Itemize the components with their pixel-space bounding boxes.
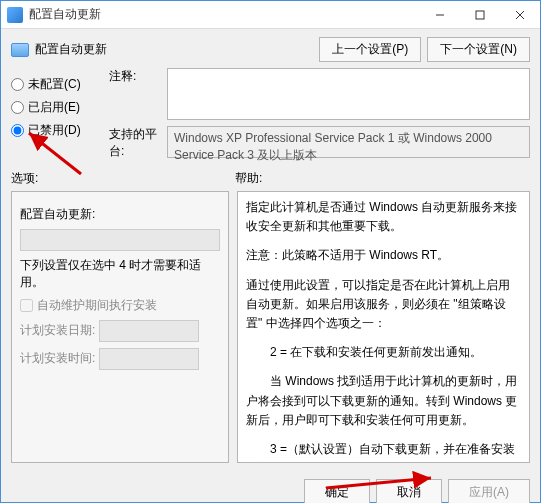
radio-label: 已启用(E) (28, 99, 80, 116)
help-text: 指定此计算机是否通过 Windows 自动更新服务来接收安全更新和其他重要下载。 (246, 198, 521, 236)
radio-not-configured[interactable]: 未配置(C) (11, 76, 101, 93)
app-icon (7, 7, 23, 23)
titlebar: 配置自动更新 (1, 1, 540, 29)
options-panel: 配置自动更新: 下列设置仅在选中 4 时才需要和适用。 自动维护期间执行安装 计… (11, 191, 229, 463)
maintenance-label: 自动维护期间执行安装 (37, 297, 157, 314)
window-title: 配置自动更新 (29, 6, 420, 23)
footer: 确定 取消 应用(A) (1, 471, 540, 503)
radio-label: 未配置(C) (28, 76, 81, 93)
help-label: 帮助: (235, 170, 530, 187)
comment-textarea[interactable] (167, 68, 530, 120)
configure-update-label: 配置自动更新: (20, 207, 95, 221)
state-radio-group: 未配置(C) 已启用(E) 已禁用(D) (11, 68, 101, 166)
help-text: 注意：此策略不适用于 Windows RT。 (246, 246, 521, 265)
apply-button[interactable]: 应用(A) (448, 479, 530, 503)
help-text: 3 =（默认设置）自动下载更新，并在准备安装更新时发出通知 (246, 440, 521, 463)
help-panel[interactable]: 指定此计算机是否通过 Windows 自动更新服务来接收安全更新和其他重要下载。… (237, 191, 530, 463)
minimize-button[interactable] (420, 1, 460, 29)
help-text: 通过使用此设置，可以指定是否在此计算机上启用自动更新。如果启用该服务，则必须在 … (246, 276, 521, 334)
ok-button[interactable]: 确定 (304, 479, 370, 503)
maintenance-checkbox (20, 299, 33, 312)
comment-label: 注释: (109, 68, 167, 120)
options-note: 下列设置仅在选中 4 时才需要和适用。 (20, 257, 220, 291)
install-time-label: 计划安装时间: (20, 351, 95, 365)
radio-enabled[interactable]: 已启用(E) (11, 99, 101, 116)
radio-disabled[interactable]: 已禁用(D) (11, 122, 101, 139)
help-text: 2 = 在下载和安装任何更新前发出通知。 (246, 343, 521, 362)
options-label: 选项: (11, 170, 235, 187)
platform-label: 支持的平台: (109, 126, 167, 160)
platform-text: Windows XP Professional Service Pack 1 或… (167, 126, 530, 158)
install-day-label: 计划安装日期: (20, 323, 95, 337)
install-day-select (99, 320, 199, 342)
svg-rect-1 (476, 11, 484, 19)
maximize-button[interactable] (460, 1, 500, 29)
page-heading: 配置自动更新 (35, 41, 319, 58)
close-button[interactable] (500, 1, 540, 29)
help-text: 当 Windows 找到适用于此计算机的更新时，用户将会接到可以下载更新的通知。… (246, 372, 521, 430)
policy-icon (11, 43, 29, 57)
cancel-button[interactable]: 取消 (376, 479, 442, 503)
previous-setting-button[interactable]: 上一个设置(P) (319, 37, 421, 62)
install-time-select (99, 348, 199, 370)
configure-update-select (20, 229, 220, 251)
radio-label: 已禁用(D) (28, 122, 81, 139)
next-setting-button[interactable]: 下一个设置(N) (427, 37, 530, 62)
